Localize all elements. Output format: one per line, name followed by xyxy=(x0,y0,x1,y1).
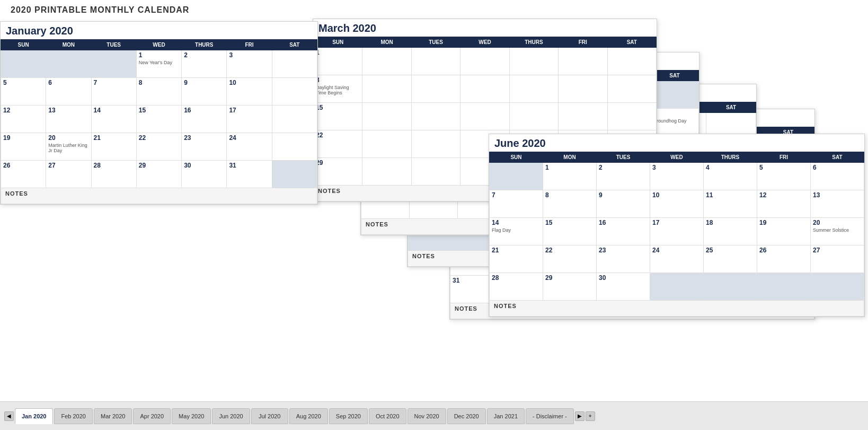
january-grid: SUN MON TUES WED THURS FRI SAT 1New Year… xyxy=(1,39,317,204)
cell: 26 xyxy=(1,161,46,188)
col-sun: SUN xyxy=(1,40,46,50)
cell: 12 xyxy=(1,106,46,133)
cell xyxy=(559,48,607,75)
notes-label: NOTES xyxy=(490,301,864,317)
cell xyxy=(460,103,509,130)
cell xyxy=(411,75,460,103)
tab-jul2020[interactable]: Jul 2020 xyxy=(251,408,288,424)
cell: 14Flag Day xyxy=(490,218,543,245)
cell: 3 xyxy=(650,163,704,190)
tab-bar: ◀ Jan 2020 Feb 2020 Mar 2020 Apr 2020 Ma… xyxy=(0,401,868,430)
col-mon: MON xyxy=(46,40,91,50)
tab-scroll-right[interactable]: ▶ xyxy=(575,411,584,421)
cell xyxy=(91,50,136,78)
col-sat: SAT xyxy=(272,40,317,50)
cell xyxy=(651,81,699,109)
col-wed: WED xyxy=(460,37,509,48)
col-sun: SUN xyxy=(314,37,362,48)
col-thurs: THURS xyxy=(704,152,757,163)
main-content: 2020 PRINTABLE MONTHLY CALENDAR January … xyxy=(0,0,868,401)
table-row: 14Flag Day 15 16 17 18 19 20Summer Solst… xyxy=(490,218,864,245)
cell: 15 xyxy=(136,106,181,133)
cell: 28 xyxy=(490,273,543,301)
cell: 28 xyxy=(91,161,136,188)
col-sat: SAT xyxy=(651,71,699,81)
col-sat: SAT xyxy=(811,152,864,163)
tab-apr2020[interactable]: Apr 2020 xyxy=(133,408,171,424)
cell xyxy=(490,163,543,190)
col-sat: SAT xyxy=(706,102,756,113)
cell: 7 xyxy=(91,78,136,106)
tab-nov2020[interactable]: Nov 2020 xyxy=(408,408,446,424)
tab-disclaimer[interactable]: - Disclaimer - xyxy=(526,408,574,424)
cell: 6 xyxy=(46,78,91,106)
cell: 11 xyxy=(704,190,757,218)
tab-jun2020[interactable]: Jun 2020 xyxy=(212,408,250,424)
col-mon: MON xyxy=(543,152,597,163)
tab-may2020[interactable]: May 2020 xyxy=(172,408,211,424)
cell: 1 xyxy=(314,48,362,75)
cell: 16 xyxy=(182,106,227,133)
cell xyxy=(272,133,317,161)
tab-aug2020[interactable]: Aug 2020 xyxy=(289,408,328,424)
cell xyxy=(650,273,704,301)
cell xyxy=(46,50,91,78)
cell: 23 xyxy=(182,133,227,161)
cell: 14 xyxy=(91,106,136,133)
cell: 9Groundhog Day xyxy=(651,109,699,136)
table-row: 12 13 14 15 16 17 xyxy=(1,106,317,133)
tab-sep2020[interactable]: Sep 2020 xyxy=(329,408,368,424)
cell xyxy=(272,50,317,78)
cell xyxy=(411,48,460,75)
tab-mar2020[interactable]: Mar 2020 xyxy=(94,408,132,424)
cell: 27 xyxy=(46,161,91,188)
col-wed: WED xyxy=(136,40,181,50)
cell xyxy=(811,273,864,301)
cell: 5 xyxy=(757,163,811,190)
cell: 24 xyxy=(227,133,272,161)
cell: 1New Year's Day xyxy=(136,50,181,78)
tab-jan2021[interactable]: Jan 2021 xyxy=(487,408,525,424)
tab-feb2020[interactable]: Feb 2020 xyxy=(54,408,92,424)
cell: 18 xyxy=(704,218,757,245)
cell xyxy=(460,48,509,75)
col-thurs: THURS xyxy=(182,40,227,50)
tab-dec2020[interactable]: Dec 2020 xyxy=(447,408,486,424)
cell xyxy=(362,158,411,186)
march-title: March 2020 xyxy=(313,19,657,37)
tab-add[interactable]: + xyxy=(586,411,595,421)
cell: 22 xyxy=(543,245,597,273)
cell xyxy=(607,75,656,103)
cell: 8 xyxy=(136,78,181,106)
cell xyxy=(704,273,757,301)
cell xyxy=(272,78,317,106)
cell: 29 xyxy=(543,273,597,301)
cell: 19 xyxy=(1,133,46,161)
cell: 8Daylight Saving Time Begins xyxy=(314,75,362,103)
cell: 21 xyxy=(490,245,543,273)
col-sat: SAT xyxy=(607,37,656,48)
cell: 8 xyxy=(543,190,597,218)
page-title: 2020 PRINTABLE MONTHLY CALENDAR xyxy=(11,5,857,15)
cell xyxy=(272,106,317,133)
calendar-june: June 2020 SUN MON TUES WED THURS FRI SAT… xyxy=(489,134,865,317)
cell: 13 xyxy=(46,106,91,133)
notes-label: NOTES xyxy=(1,188,317,204)
cell xyxy=(1,50,46,78)
cell: 13 xyxy=(811,190,864,218)
col-thurs: THURS xyxy=(509,37,558,48)
cell: 24 xyxy=(650,245,704,273)
table-row: 1 xyxy=(314,48,657,75)
table-row: 19 20Martin Luther King Jr Day 21 22 23 … xyxy=(1,133,317,161)
tab-jan2020[interactable]: Jan 2020 xyxy=(15,408,53,424)
table-row: 28 29 30 xyxy=(490,273,864,301)
cell: 26 xyxy=(757,245,811,273)
col-mon: MON xyxy=(362,37,411,48)
tab-oct2020[interactable]: Oct 2020 xyxy=(369,408,406,424)
table-row: 1New Year's Day 2 3 xyxy=(1,50,317,78)
cell xyxy=(272,161,317,188)
cell xyxy=(460,75,509,103)
tab-scroll-left[interactable]: ◀ xyxy=(4,411,14,421)
cell: 29 xyxy=(136,161,181,188)
table-row: 1 2 3 4 5 6 xyxy=(490,163,864,190)
